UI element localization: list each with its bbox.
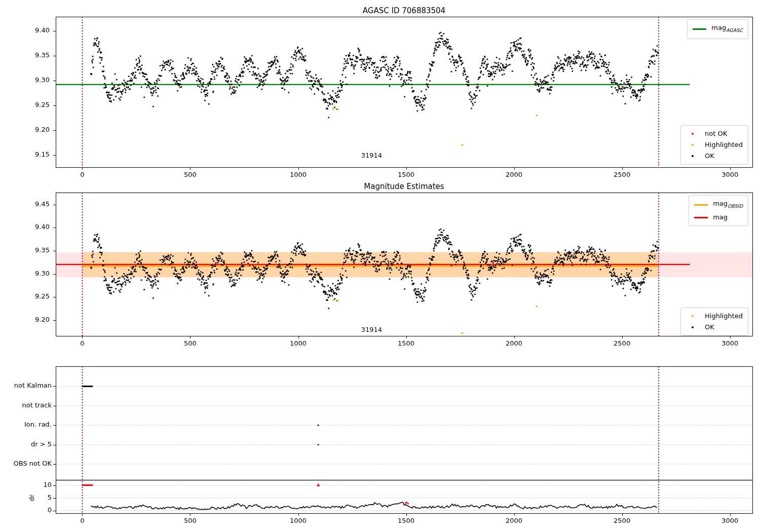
legend-line-swatch bbox=[693, 25, 706, 32]
y-tick-label: 9.20 bbox=[19, 126, 50, 133]
legend-dot-swatch bbox=[686, 130, 700, 137]
y-tick-label: 9.35 bbox=[19, 246, 50, 254]
flag-tick-label: OBS not OK bbox=[4, 460, 52, 467]
legend-mag-lines: magOBSIDmag bbox=[689, 195, 748, 226]
obsid-label: 31914 bbox=[351, 151, 392, 159]
dr-axis-label: dr bbox=[28, 494, 35, 501]
plot1-title: AGASC ID 706883504 bbox=[56, 6, 752, 15]
legend-item: Highlighted bbox=[686, 139, 743, 150]
x-tick-label: 1000 bbox=[283, 171, 314, 178]
y-tick-label: 9.25 bbox=[19, 101, 50, 108]
x-tick-label: 1500 bbox=[391, 339, 422, 347]
legend-label: magOBSID bbox=[713, 198, 743, 212]
figure: AGASC ID 706883504 Magnitude Estimates 0… bbox=[0, 0, 760, 532]
legend-dot-swatch bbox=[686, 153, 700, 160]
chart-canvas bbox=[0, 0, 760, 532]
y-tick-label: 9.45 bbox=[19, 200, 50, 208]
x-tick-label: 1000 bbox=[283, 339, 314, 347]
flag-tick-label: dr > 5 bbox=[4, 440, 52, 448]
legend-label: OK bbox=[705, 322, 714, 333]
x-tick-label: 3000 bbox=[715, 339, 745, 347]
x-tick-label: 2500 bbox=[607, 339, 637, 347]
flag-tick-label: Ion. rad. bbox=[4, 421, 52, 428]
legend-label: not OK bbox=[705, 128, 727, 139]
flag-tick-label: not Kalman bbox=[4, 382, 52, 389]
plot2-title: Magnitude Estimates bbox=[56, 182, 752, 191]
x-tick-label: 3000 bbox=[715, 517, 745, 524]
dr-tick-label: 0 bbox=[4, 506, 52, 514]
x-tick-label: 2000 bbox=[499, 517, 529, 524]
flag-tick-label: not track bbox=[4, 401, 52, 409]
y-tick-label: 9.20 bbox=[19, 316, 50, 323]
y-tick-label: 9.30 bbox=[19, 76, 50, 84]
y-tick-label: 9.15 bbox=[19, 150, 50, 158]
legend-label: OK bbox=[705, 150, 714, 162]
x-tick-label: 2500 bbox=[607, 517, 637, 524]
legend-item: OK bbox=[686, 150, 743, 162]
y-tick-label: 9.40 bbox=[19, 26, 50, 34]
legend-label: Highlighted bbox=[705, 311, 743, 322]
legend-label: magAGASC bbox=[711, 22, 743, 36]
dr-tick-label: 10 bbox=[4, 481, 52, 488]
x-tick-label: 1500 bbox=[391, 517, 422, 524]
obsid-label: 31914 bbox=[351, 326, 392, 333]
legend-dot-swatch bbox=[686, 313, 700, 320]
x-tick-label: 3000 bbox=[715, 171, 745, 178]
x-tick-label: 0 bbox=[67, 339, 97, 347]
y-tick-label: 9.30 bbox=[19, 270, 50, 277]
x-tick-label: 2500 bbox=[607, 171, 637, 178]
x-tick-label: 0 bbox=[67, 171, 97, 178]
x-tick-label: 1500 bbox=[391, 171, 422, 178]
x-tick-label: 500 bbox=[175, 171, 205, 178]
legend-mag-agasc: magAGASC bbox=[687, 19, 748, 39]
x-tick-label: 0 bbox=[67, 517, 97, 524]
legend-item: not OK bbox=[686, 128, 743, 139]
legend-item: magOBSID bbox=[694, 198, 743, 212]
legend-item: OK bbox=[686, 322, 743, 333]
legend-line-swatch bbox=[694, 214, 708, 221]
x-tick-label: 1000 bbox=[283, 517, 314, 524]
y-tick-label: 9.25 bbox=[19, 292, 50, 300]
legend-label: mag bbox=[713, 212, 728, 223]
legend-markers-mid: HighlightedOK bbox=[680, 308, 748, 336]
x-tick-label: 500 bbox=[175, 517, 205, 524]
x-tick-label: 2000 bbox=[499, 339, 529, 347]
legend-item: Highlighted bbox=[686, 311, 743, 322]
legend-dot-swatch bbox=[686, 324, 700, 331]
legend-item: magAGASC bbox=[693, 22, 743, 36]
y-tick-label: 9.35 bbox=[19, 51, 50, 59]
legend-line-swatch bbox=[694, 201, 708, 208]
x-tick-label: 500 bbox=[175, 339, 205, 347]
legend-item: mag bbox=[694, 212, 743, 223]
legend-markers-top: not OKHighlightedOK bbox=[680, 125, 748, 165]
y-tick-label: 9.40 bbox=[19, 223, 50, 231]
x-tick-label: 2000 bbox=[499, 171, 529, 178]
legend-label: Highlighted bbox=[705, 139, 743, 150]
legend-dot-swatch bbox=[686, 141, 700, 148]
